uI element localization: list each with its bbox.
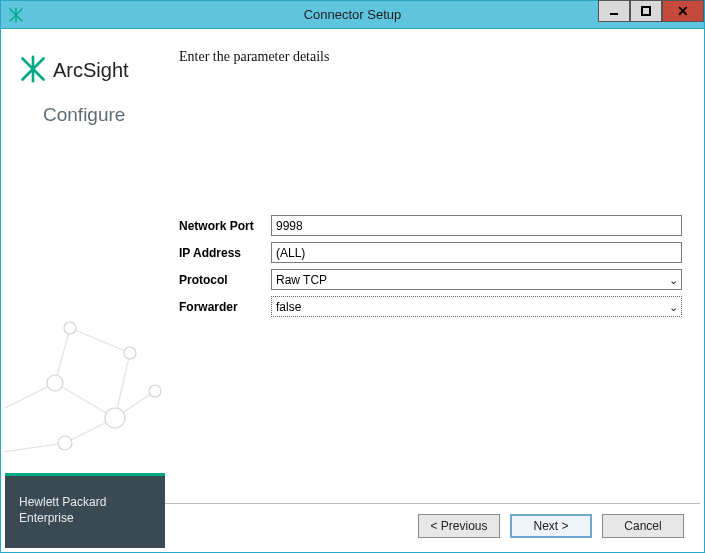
window-controls: ✕ [598,1,704,28]
company-line1: Hewlett Packard [19,494,151,510]
svg-line-8 [5,383,55,413]
titlebar[interactable]: Connector Setup ✕ [1,1,704,29]
content: ArcSight Configure [1,29,704,552]
network-port-input[interactable] [271,215,682,236]
brand-block: ArcSight Configure [5,35,165,134]
page-heading: Enter the parameter details [179,49,682,65]
sidebar-decoration [5,134,165,473]
svg-point-17 [105,408,125,428]
main-panel: Enter the parameter details Network Port… [165,35,700,548]
network-port-label: Network Port [179,219,267,233]
company-footer: Hewlett Packard Enterprise [5,476,165,548]
svg-point-20 [58,436,72,450]
sidebar: ArcSight Configure [5,35,165,548]
cancel-button[interactable]: Cancel [602,514,684,538]
protocol-label: Protocol [179,273,267,287]
button-bar: < Previous Next > Cancel [165,503,700,548]
arcsight-logo-icon [19,55,47,86]
window: Connector Setup ✕ ArcSight Configure [0,0,705,553]
svg-point-18 [64,322,76,334]
app-icon [7,6,25,24]
ip-address-input[interactable] [271,242,682,263]
svg-line-12 [70,328,130,353]
company-line2: Enterprise [19,510,151,526]
maximize-button[interactable] [630,0,662,22]
forwarder-label: Forwarder [179,300,267,314]
protocol-select[interactable]: Raw TCP [271,269,682,290]
svg-point-21 [149,385,161,397]
brand-name: ArcSight [53,59,129,82]
svg-point-19 [124,347,136,359]
next-button[interactable]: Next > [510,514,592,538]
previous-button[interactable]: < Previous [418,514,500,538]
close-button[interactable]: ✕ [662,0,704,22]
parameter-form: Network Port IP Address Protocol Raw TCP… [179,215,682,317]
svg-rect-4 [642,7,650,15]
brand-section: Configure [19,104,151,126]
forwarder-select[interactable]: false [271,296,682,317]
minimize-button[interactable] [598,0,630,22]
svg-line-14 [5,443,65,453]
ip-address-label: IP Address [179,246,267,260]
svg-point-16 [47,375,63,391]
